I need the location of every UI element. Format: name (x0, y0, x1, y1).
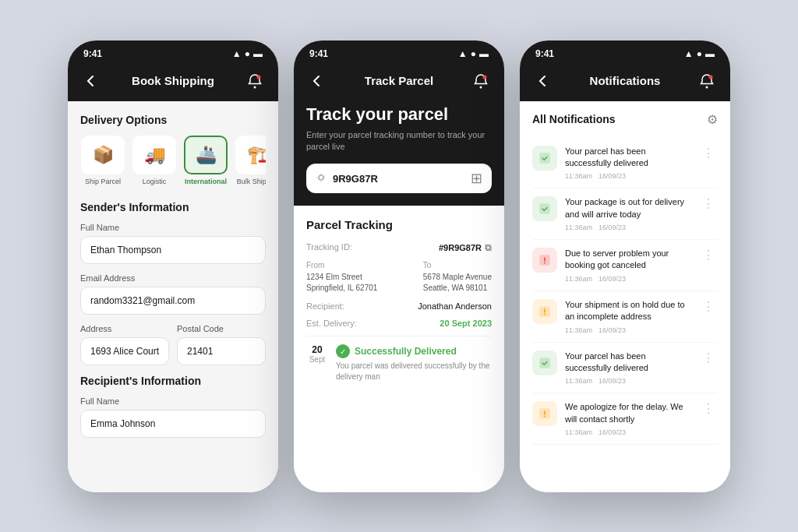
screen1-body: Delivery Options 📦 Ship Parcel 🚚 Logisti… (68, 101, 278, 492)
notification-icon-2[interactable] (470, 70, 492, 92)
notif-more-2[interactable]: ⋮ (699, 196, 718, 211)
notif-item-6[interactable]: We apologize for the delay. We will cont… (532, 393, 718, 445)
to-label: To (423, 261, 492, 270)
notif-icon-3 (532, 248, 557, 273)
notif-text-5: Your parcel has been successfully delive… (565, 351, 691, 375)
copy-icon[interactable]: ⧉ (485, 242, 492, 253)
postal-select[interactable]: 21401 (177, 337, 266, 365)
option-international-label: International (185, 178, 227, 185)
from-to-section: From 1234 Elm StreetSpringfield, IL 6270… (306, 261, 492, 294)
option-international[interactable]: 🚢 International (183, 136, 228, 185)
notif-item-5[interactable]: Your parcel has been successfully delive… (532, 343, 718, 394)
svg-point-6 (709, 75, 713, 79)
postal-label: Postal Code (177, 324, 266, 333)
nav-bar-2: Track Parcel (294, 64, 504, 101)
notif-text-1: Your parcel has been successfully delive… (565, 146, 691, 170)
screen2-body: Parcel Tracking Tracking ID: #9R9G87R ⧉ … (294, 206, 504, 491)
screen-track-parcel: 9:41 ▲ ● ▬ Track Parcel Track your parce… (294, 41, 504, 492)
est-delivery-row: Est. Delivery: 20 Sept 2023 (306, 319, 492, 328)
notif-item-4[interactable]: Your shipment is on hold due to an incom… (532, 291, 718, 343)
recipient-name-input[interactable] (80, 410, 266, 438)
status-bar-1: 9:41 ▲ ● ▬ (68, 41, 278, 64)
full-name-group: Full Name (80, 223, 266, 264)
from-column: From 1234 Elm StreetSpringfield, IL 6270… (306, 261, 377, 294)
status-bar-3: 9:41 ▲ ● ▬ (520, 41, 730, 64)
nav-bar-3: Notifications (520, 64, 730, 101)
timeline-item-1: 20 Sept ✓ Successfully Delivered You par… (306, 344, 492, 382)
tracking-id-value: #9R9G87R ⧉ (439, 242, 492, 253)
email-label: Email Address (80, 273, 266, 283)
option-international-icon: 🚢 (184, 136, 228, 174)
notif-item-3[interactable]: Due to server problem your booking got c… (532, 240, 718, 291)
notif-time-2: 11:36am (565, 224, 592, 231)
filter-icon[interactable]: ⚙ (707, 112, 718, 127)
notif-more-4[interactable]: ⋮ (699, 299, 718, 314)
email-group: Email Address (80, 273, 266, 315)
email-input[interactable] (80, 287, 266, 315)
track-subtext: Enter your parcel tracking number to tra… (306, 129, 492, 153)
notif-meta-3: 11:36am 16/09/23 (565, 275, 691, 283)
timeline-status-text-1: Successfully Delivered (355, 346, 457, 357)
status-icons-3: ▲ ● ▬ (684, 48, 715, 59)
back-button-2[interactable] (306, 70, 328, 92)
tracking-number-input[interactable] (333, 173, 464, 185)
notif-item-1[interactable]: Your parcel has been successfully delive… (532, 138, 718, 189)
est-delivery-label: Est. Delivery: (306, 319, 357, 328)
back-button-3[interactable] (532, 70, 554, 92)
back-button-1[interactable] (80, 70, 102, 92)
notif-content-4: Your shipment is on hold due to an incom… (565, 299, 691, 334)
tracking-input-container[interactable]: ⊞ (306, 164, 492, 193)
screen3-body: All Notifications ⚙ Your parcel has been… (520, 101, 730, 492)
notif-more-1[interactable]: ⋮ (699, 146, 718, 160)
notification-icon-3[interactable] (696, 70, 718, 92)
signal-icon: ▲ (232, 48, 242, 59)
option-ship-parcel-icon: 📦 (81, 136, 125, 174)
status-time-1: 9:41 (83, 48, 102, 59)
address-label: Address (80, 324, 169, 333)
notif-date-2: 16/09/23 (598, 224, 626, 231)
to-column: To 5678 Maple AvenueSeattle, WA 98101 (423, 261, 492, 294)
full-name-input[interactable] (80, 236, 266, 264)
notif-item-2[interactable]: Your package is out for delivery and wil… (532, 188, 718, 240)
notification-icon-1[interactable] (244, 70, 266, 92)
from-label: From (306, 261, 377, 270)
notif-date-5: 16/09/23 (598, 377, 626, 385)
option-logistic[interactable]: 🚚 Logistic (132, 136, 177, 185)
signal-icon-2: ▲ (458, 48, 468, 59)
address-group: Address 1693 Alice Court (80, 324, 169, 365)
svg-point-0 (253, 86, 256, 88)
svg-rect-7 (539, 153, 550, 164)
notif-meta-4: 11:36am 16/09/23 (565, 326, 691, 334)
notif-time-1: 11:36am (565, 172, 592, 180)
notif-date-3: 16/09/23 (598, 275, 626, 283)
notif-text-6: We apologize for the delay. We will cont… (565, 401, 691, 425)
address-select[interactable]: 1693 Alice Court (80, 337, 169, 365)
page-title-1: Book Shipping (132, 74, 214, 87)
status-bar-2: 9:41 ▲ ● ▬ (294, 41, 504, 64)
location-icon (316, 173, 327, 184)
address-postal-row: Address 1693 Alice Court Postal Code 214… (80, 324, 266, 375)
to-address: 5678 Maple AvenueSeattle, WA 98101 (423, 272, 492, 294)
svg-rect-8 (539, 204, 550, 215)
delivery-options-title: Delivery Options (80, 114, 266, 126)
option-bulk[interactable]: 🏗️ Bulk Shippi... (235, 136, 266, 185)
notif-date-4: 16/09/23 (598, 326, 626, 334)
track-heading: Track your parcel (306, 104, 492, 125)
notif-time-6: 11:36am (565, 428, 592, 436)
qr-code-icon[interactable]: ⊞ (471, 170, 482, 187)
notif-content-3: Due to server problem your booking got c… (565, 248, 691, 283)
notif-more-3[interactable]: ⋮ (699, 248, 718, 262)
recipient-value: Jonathan Anderson (418, 301, 492, 311)
notif-more-5[interactable]: ⋮ (699, 351, 718, 365)
status-icons-2: ▲ ● ▬ (458, 48, 489, 59)
svg-rect-11 (539, 358, 550, 368)
track-header: Track your parcel Enter your parcel trac… (294, 101, 504, 206)
notif-more-6[interactable]: ⋮ (699, 401, 718, 416)
notif-content-2: Your package is out for delivery and wil… (565, 196, 691, 231)
divider (306, 336, 492, 336)
option-ship-parcel-label: Ship Parcel (85, 178, 121, 185)
notif-content-5: Your parcel has been successfully delive… (565, 351, 691, 386)
nav-bar-1: Book Shipping (68, 64, 278, 101)
option-ship-parcel[interactable]: 📦 Ship Parcel (80, 136, 125, 185)
battery-icon-3: ▬ (705, 48, 715, 59)
